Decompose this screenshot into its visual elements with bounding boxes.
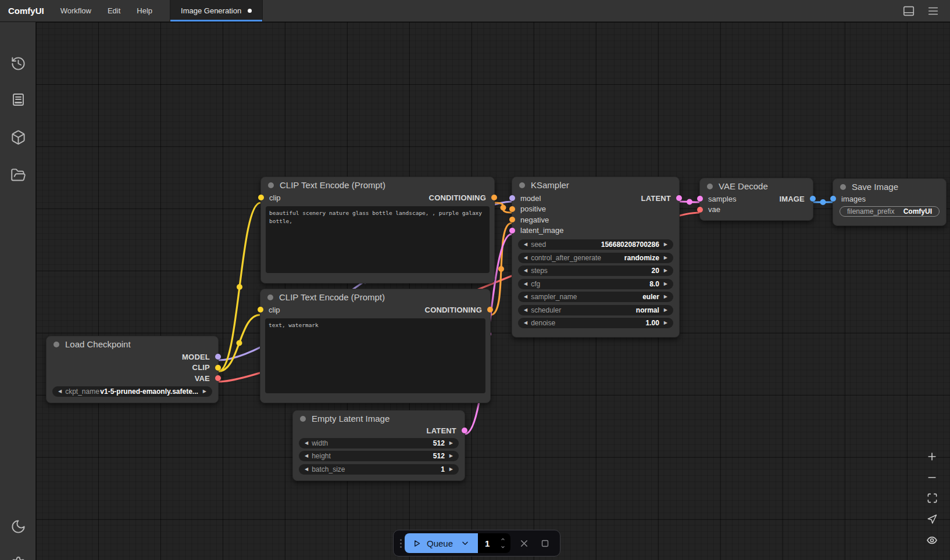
node-load-checkpoint[interactable]: Load Checkpoint MODEL CLIP VAE ◀ ckpt_na…	[46, 336, 219, 403]
menu-edit[interactable]: Edit	[99, 0, 128, 21]
widget-sampler-name[interactable]: ◀ sampler_name euler ▶	[518, 292, 673, 302]
collapse-dot[interactable]	[519, 182, 525, 188]
output-port-vae[interactable]	[215, 375, 221, 381]
collapse-dot[interactable]	[707, 184, 713, 189]
batch-increment-button[interactable]	[499, 536, 507, 543]
input-port-samples[interactable]	[697, 196, 703, 202]
node-header[interactable]: CLIP Text Encode (Prompt)	[260, 289, 490, 301]
main-menu-button[interactable]	[926, 3, 941, 19]
menu-help[interactable]: Help	[128, 0, 160, 21]
node-clip-text-encode-negative[interactable]: CLIP Text Encode (Prompt) clip CONDITION…	[260, 289, 491, 403]
collapse-dot[interactable]	[300, 416, 306, 422]
node-header[interactable]: CLIP Text Encode (Prompt)	[261, 177, 494, 189]
node-header[interactable]: KSampler	[512, 177, 679, 189]
widget-batch-size[interactable]: ◀ batch_size 1 ▶	[299, 464, 459, 475]
select-mode-button[interactable]	[922, 511, 942, 527]
output-port-latent[interactable]	[676, 195, 682, 201]
node-canvas[interactable]	[36, 22, 950, 560]
widget-cfg[interactable]: ◀ cfg 8.0 ▶	[518, 279, 673, 289]
filename-prefix-field[interactable]: filename_prefix ComfyUI	[840, 206, 940, 217]
output-port-conditioning[interactable]	[491, 195, 497, 200]
decrement-arrow-icon[interactable]: ◀	[522, 282, 529, 286]
decrement-arrow-icon[interactable]: ◀	[303, 467, 310, 472]
collapse-dot[interactable]	[53, 342, 59, 347]
sidebar-item-queue-history[interactable]	[8, 53, 28, 74]
batch-decrement-button[interactable]	[499, 544, 507, 551]
widget-ckpt-name[interactable]: ◀ ckpt_name v1-5-pruned-emaonly.safete..…	[52, 386, 212, 397]
node-empty-latent-image[interactable]: Empty Latent Image LATENT ◀ width 512 ▶ …	[292, 410, 465, 481]
clear-queue-button[interactable]	[516, 536, 531, 551]
decrement-arrow-icon[interactable]: ◀	[56, 389, 63, 394]
increment-arrow-icon[interactable]: ▶	[662, 256, 669, 260]
input-port-images[interactable]	[830, 196, 836, 202]
widget-control-after-generate[interactable]: ◀ control_after_generate randomize ▶	[518, 253, 673, 263]
sidebar-item-workflows[interactable]	[8, 164, 28, 185]
increment-arrow-icon[interactable]: ▶	[448, 454, 455, 458]
decrement-arrow-icon[interactable]: ◀	[303, 454, 310, 458]
widget-width[interactable]: ◀ width 512 ▶	[299, 438, 459, 448]
node-save-image[interactable]: Save Image images filename_prefix ComfyU…	[833, 178, 947, 226]
sidebar-item-logs[interactable]	[8, 89, 28, 110]
input-port-latent-image[interactable]	[509, 228, 515, 234]
node-header[interactable]: Load Checkpoint	[47, 336, 218, 348]
node-ksampler[interactable]: KSampler model LATENT positive negative …	[512, 177, 680, 338]
node-clip-text-encode-positive[interactable]: CLIP Text Encode (Prompt) clip CONDITION…	[260, 177, 495, 283]
input-port-positive[interactable]	[509, 206, 515, 212]
prompt-textarea[interactable]: text, watermark	[265, 318, 485, 393]
widget-scheduler[interactable]: ◀ scheduler normal ▶	[518, 305, 673, 315]
input-port-negative[interactable]	[509, 217, 515, 222]
collapse-dot[interactable]	[840, 184, 846, 190]
increment-arrow-icon[interactable]: ▶	[662, 321, 669, 325]
settings-button[interactable]	[8, 553, 28, 560]
increment-arrow-icon[interactable]: ▶	[448, 467, 455, 472]
widget-steps[interactable]: ◀ steps 20 ▶	[518, 265, 673, 276]
prompt-textarea[interactable]: beautiful scenery nature glass bottle la…	[266, 206, 490, 273]
output-port-clip[interactable]	[215, 365, 221, 371]
toggle-bottom-panel-button[interactable]	[901, 3, 916, 19]
chevron-down-icon[interactable]	[460, 539, 470, 548]
toolbar-drag-handle[interactable]	[397, 539, 405, 548]
collapse-dot[interactable]	[268, 182, 274, 188]
decrement-arrow-icon[interactable]: ◀	[522, 256, 529, 260]
widget-seed[interactable]: ◀ seed 156680208700286 ▶	[518, 239, 673, 250]
increment-arrow-icon[interactable]: ▶	[662, 308, 669, 313]
node-header[interactable]: VAE Decode	[700, 178, 813, 190]
output-port-image[interactable]	[810, 196, 816, 202]
collapse-dot[interactable]	[267, 295, 273, 300]
output-port-conditioning[interactable]	[487, 307, 493, 313]
decrement-arrow-icon[interactable]: ◀	[522, 295, 529, 299]
widget-height[interactable]: ◀ height 512 ▶	[299, 451, 459, 461]
batch-count-input[interactable]: 1	[478, 533, 510, 553]
stop-button[interactable]	[537, 536, 552, 551]
zoom-out-button[interactable]	[922, 469, 942, 485]
tab-image-generation[interactable]: Image Generation	[170, 0, 263, 21]
toggle-link-visibility-button[interactable]	[922, 532, 942, 548]
decrement-arrow-icon[interactable]: ◀	[522, 321, 529, 325]
output-port-latent[interactable]	[462, 428, 467, 433]
decrement-arrow-icon[interactable]: ◀	[522, 242, 529, 247]
node-header[interactable]: Empty Latent Image	[293, 411, 465, 422]
input-port-vae[interactable]	[697, 207, 703, 213]
theme-toggle-button[interactable]	[8, 516, 28, 537]
zoom-in-button[interactable]	[922, 448, 942, 464]
increment-arrow-icon[interactable]: ▶	[662, 268, 669, 273]
decrement-arrow-icon[interactable]: ◀	[522, 268, 529, 273]
fit-view-button[interactable]	[922, 490, 942, 506]
sidebar-item-model-library[interactable]	[8, 127, 28, 148]
output-port-model[interactable]	[215, 354, 221, 360]
input-port-clip[interactable]	[258, 307, 263, 313]
queue-button[interactable]: Queue	[405, 533, 478, 553]
increment-arrow-icon[interactable]: ▶	[448, 441, 455, 446]
increment-arrow-icon[interactable]: ▶	[662, 242, 669, 247]
decrement-arrow-icon[interactable]: ◀	[303, 441, 310, 446]
node-vae-decode[interactable]: VAE Decode samples IMAGE vae	[699, 178, 813, 221]
increment-arrow-icon[interactable]: ▶	[662, 282, 669, 286]
menu-workflow[interactable]: Workflow	[52, 0, 99, 21]
input-port-model[interactable]	[509, 195, 515, 201]
increment-arrow-icon[interactable]: ▶	[201, 389, 208, 394]
input-port-clip[interactable]	[258, 195, 264, 200]
widget-denoise[interactable]: ◀ denoise 1.00 ▶	[518, 318, 673, 328]
node-header[interactable]: Save Image	[833, 179, 946, 191]
decrement-arrow-icon[interactable]: ◀	[522, 308, 529, 313]
increment-arrow-icon[interactable]: ▶	[662, 295, 669, 299]
